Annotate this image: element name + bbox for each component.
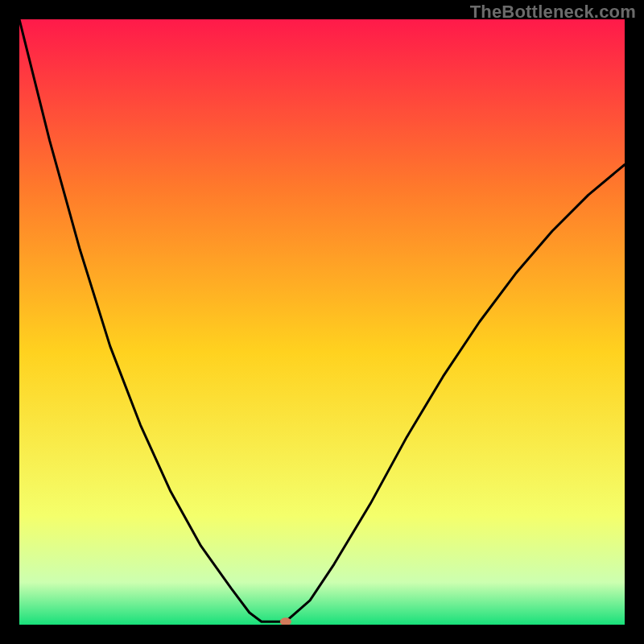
- bottleneck-plot: [19, 19, 625, 625]
- chart-frame: [19, 19, 625, 625]
- watermark-text: TheBottleneck.com: [470, 2, 636, 23]
- gradient-background: [19, 19, 625, 625]
